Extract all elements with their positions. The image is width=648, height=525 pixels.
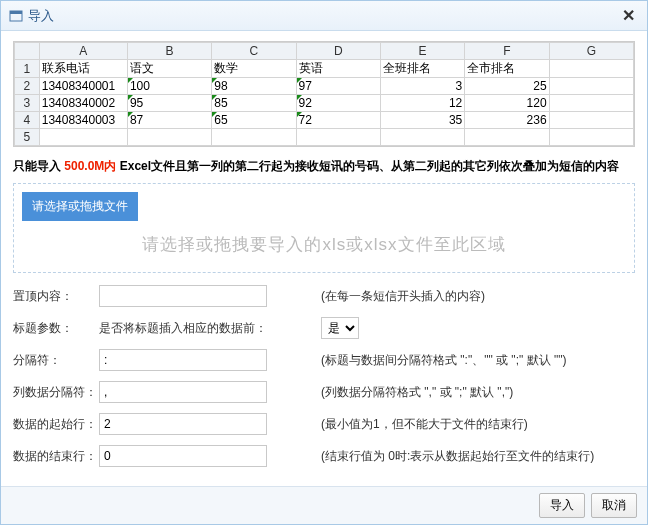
endrow-input[interactable] <box>99 445 267 467</box>
table-cell: 13408340003 <box>39 112 127 129</box>
titleparam-text: 是否将标题插入相应的数据前： <box>99 320 267 337</box>
col-header: D <box>296 43 380 60</box>
titleparam-select[interactable]: 是 否 <box>321 317 359 339</box>
table-cell <box>549 78 633 95</box>
table-header-cell: 语文 <box>127 60 211 78</box>
col-header: C <box>212 43 296 60</box>
topcontent-input[interactable] <box>99 285 267 307</box>
table-header-cell: 全市排名 <box>465 60 549 78</box>
table-cell: 13408340002 <box>39 95 127 112</box>
topcontent-label: 置顶内容： <box>13 288 99 305</box>
table-cell <box>549 129 633 146</box>
row-header: 5 <box>15 129 40 146</box>
colsep-hint: (列数据分隔符格式 "," 或 ";" 默认 ",") <box>321 384 513 401</box>
table-header-cell: 数学 <box>212 60 296 78</box>
table-cell: 12 <box>380 95 464 112</box>
dropzone-text: 请选择或拖拽要导入的xls或xlsx文件至此区域 <box>22 221 626 264</box>
topcontent-hint: (在每一条短信开头插入的内容) <box>321 288 485 305</box>
table-header-cell: 英语 <box>296 60 380 78</box>
pick-file-button[interactable]: 请选择或拖拽文件 <box>22 192 138 221</box>
row-header: 2 <box>15 78 40 95</box>
import-button[interactable]: 导入 <box>539 493 585 518</box>
table-cell: 92 <box>296 95 380 112</box>
col-header: F <box>465 43 549 60</box>
colsep-input[interactable] <box>99 381 267 403</box>
table-cell <box>465 129 549 146</box>
row-header: 3 <box>15 95 40 112</box>
table-cell <box>39 129 127 146</box>
table-cell <box>296 129 380 146</box>
row-header: 4 <box>15 112 40 129</box>
sep-hint: (标题与数据间分隔符格式 ":"、"" 或 ";" 默认 "") <box>321 352 566 369</box>
table-cell <box>549 95 633 112</box>
table-cell: 95 <box>127 95 211 112</box>
dialog-body: ABCDEFG1联系电话语文数学英语全班排名全市排名21340834000110… <box>1 31 647 487</box>
colsep-label: 列数据分隔符： <box>13 384 99 401</box>
table-cell: 236 <box>465 112 549 129</box>
col-header: A <box>39 43 127 60</box>
table-header-cell: 联系电话 <box>39 60 127 78</box>
table-cell: 120 <box>465 95 549 112</box>
cancel-button[interactable]: 取消 <box>591 493 637 518</box>
excel-preview: ABCDEFG1联系电话语文数学英语全班排名全市排名21340834000110… <box>13 41 635 147</box>
table-cell <box>127 129 211 146</box>
table-cell: 87 <box>127 112 211 129</box>
table-header-cell: 全班排名 <box>380 60 464 78</box>
col-header: E <box>380 43 464 60</box>
col-header: B <box>127 43 211 60</box>
table-header-cell <box>549 60 633 78</box>
row-header: 1 <box>15 60 40 78</box>
import-note: 只能导入 500.0M内 Excel文件且第一列的第二行起为接收短讯的号码、从第… <box>13 157 635 175</box>
import-icon <box>9 9 23 23</box>
import-dialog: 导入 ✕ ABCDEFG1联系电话语文数学英语全班排名全市排名213408340… <box>0 0 648 525</box>
table-cell: 3 <box>380 78 464 95</box>
startrow-hint: (最小值为1，但不能大于文件的结束行) <box>321 416 528 433</box>
file-dropzone[interactable]: 请选择或拖拽文件 请选择或拖拽要导入的xls或xlsx文件至此区域 <box>13 183 635 273</box>
dialog-title: 导入 <box>28 7 54 25</box>
close-icon[interactable]: ✕ <box>618 6 639 25</box>
table-cell: 72 <box>296 112 380 129</box>
titleparam-label: 标题参数： <box>13 320 99 337</box>
col-header: G <box>549 43 633 60</box>
startrow-label: 数据的起始行： <box>13 416 99 433</box>
dialog-footer: 导入 取消 <box>1 486 647 524</box>
table-cell: 13408340001 <box>39 78 127 95</box>
titlebar: 导入 ✕ <box>1 1 647 31</box>
table-cell <box>212 129 296 146</box>
table-cell: 97 <box>296 78 380 95</box>
sep-input[interactable] <box>99 349 267 371</box>
table-cell: 98 <box>212 78 296 95</box>
table-cell: 25 <box>465 78 549 95</box>
table-cell <box>380 129 464 146</box>
endrow-hint: (结束行值为 0时:表示从数据起始行至文件的结束行) <box>321 448 594 465</box>
table-cell: 85 <box>212 95 296 112</box>
table-cell: 35 <box>380 112 464 129</box>
table-cell: 100 <box>127 78 211 95</box>
table-cell <box>549 112 633 129</box>
sep-label: 分隔符： <box>13 352 99 369</box>
table-cell: 65 <box>212 112 296 129</box>
svg-rect-1 <box>10 11 22 14</box>
endrow-label: 数据的结束行： <box>13 448 99 465</box>
startrow-input[interactable] <box>99 413 267 435</box>
